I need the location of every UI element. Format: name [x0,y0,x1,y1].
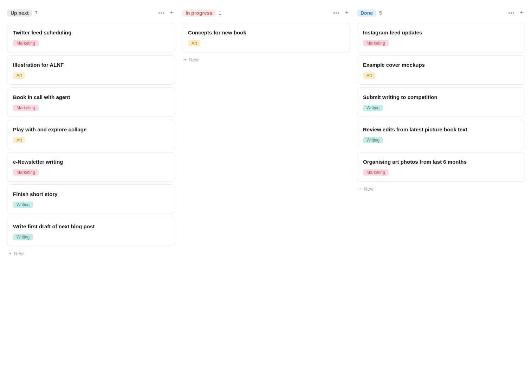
plus-icon: + [345,9,349,17]
card-c4[interactable]: Play with and explore collageArt [7,120,175,149]
card-c6[interactable]: Finish short storyWriting [7,184,175,214]
column-menu-button-done[interactable] [507,12,515,14]
column-count-done: 5 [379,10,382,16]
dots-icon [158,12,164,14]
card-c8[interactable]: Concepts for new bookArt [182,23,350,52]
dots-icon [333,12,339,14]
card-tag-c10: Art [363,72,375,79]
card-c2[interactable]: Illustration for ALNFArt [7,55,175,85]
column-title-badge-done: Done [357,9,376,17]
card-title-c11: Submit writing to competition [363,93,519,101]
card-tag-c5: Marketing [13,169,39,176]
new-label-done: New [364,186,374,192]
column-add-button-in-progress[interactable]: + [343,8,350,17]
new-label-in-progress: New [189,57,199,63]
card-title-c10: Example cover mockups [363,61,519,68]
column-title-badge-up-next: Up next [7,9,32,17]
column-title-badge-in-progress: In progress [182,9,216,17]
card-c1[interactable]: Twitter feed schedulingMarketing [7,23,175,52]
card-tag-c4: Art [13,137,25,143]
card-c3[interactable]: Book in call with agentMarketing [7,87,175,117]
card-title-c7: Write first draft of next blog post [13,223,169,230]
card-tag-c1: Marketing [13,40,39,46]
card-title-c4: Play with and explore collage [13,126,169,133]
plus-icon-new: + [8,250,12,257]
card-title-c2: Illustration for ALNF [13,61,169,68]
card-title-c6: Finish short story [13,190,169,198]
card-tag-c3: Marketing [13,105,39,111]
column-menu-button-up-next[interactable] [157,12,166,14]
column-count-in-progress: 1 [219,10,221,16]
card-tag-c12: Writing [363,137,383,143]
dots-icon [508,12,514,14]
kanban-board: Up next7+Twitter feed schedulingMarketin… [7,7,525,260]
plus-icon-new: + [183,57,187,63]
cards-list-up-next: Twitter feed schedulingMarketingIllustra… [7,23,175,246]
cards-list-in-progress: Concepts for new bookArt [182,23,350,52]
column-header-in-progress: In progress1+ [182,7,350,19]
column-menu-button-in-progress[interactable] [332,12,340,14]
card-c9[interactable]: Instagram feed updatesMarketing [357,23,525,52]
card-c13[interactable]: Organising art photos from last 6 months… [357,152,525,182]
card-tag-c6: Writing [13,202,33,208]
card-c11[interactable]: Submit writing to competitionWriting [357,87,525,117]
column-count-up-next: 7 [35,10,38,16]
card-title-c5: e-Newsletter writing [13,158,169,165]
add-new-button-done[interactable]: +New [357,183,375,195]
card-title-c8: Concepts for new book [188,29,344,36]
column-in-progress: In progress1+Concepts for new bookArt+Ne… [182,7,350,66]
card-title-c9: Instagram feed updates [363,29,519,36]
card-tag-c9: Marketing [363,40,389,46]
column-add-button-done[interactable]: + [518,8,525,17]
card-tag-c2: Art [13,72,25,79]
column-up-next: Up next7+Twitter feed schedulingMarketin… [7,7,175,260]
card-tag-c7: Writing [13,234,33,240]
card-title-c3: Book in call with agent [13,93,169,101]
add-new-button-in-progress[interactable]: +New [182,54,200,66]
card-c10[interactable]: Example cover mockupsArt [357,55,525,85]
card-title-c1: Twitter feed scheduling [13,29,169,36]
card-c7[interactable]: Write first draft of next blog postWriti… [7,217,175,246]
plus-icon: + [170,9,174,17]
column-done: Done5+Instagram feed updatesMarketingExa… [357,7,525,195]
card-tag-c13: Marketing [363,169,389,176]
card-title-c12: Review edits from latest picture book te… [363,126,519,133]
card-tag-c11: Writing [363,105,383,111]
column-header-done: Done5+ [357,7,525,19]
add-new-button-up-next[interactable]: +New [7,248,25,260]
plus-icon: + [520,9,524,17]
card-tag-c8: Art [188,40,200,46]
cards-list-done: Instagram feed updatesMarketingExample c… [357,23,525,182]
card-c12[interactable]: Review edits from latest picture book te… [357,120,525,149]
column-add-button-up-next[interactable]: + [168,8,175,17]
column-header-up-next: Up next7+ [7,7,175,19]
card-title-c13: Organising art photos from last 6 months [363,158,519,165]
plus-icon-new: + [358,186,362,192]
card-c5[interactable]: e-Newsletter writingMarketing [7,152,175,182]
new-label-up-next: New [14,251,24,256]
